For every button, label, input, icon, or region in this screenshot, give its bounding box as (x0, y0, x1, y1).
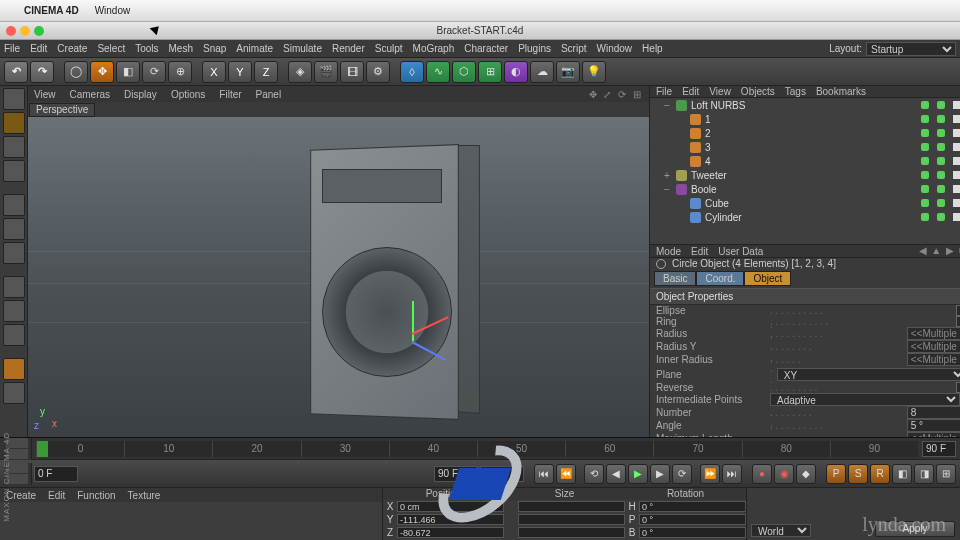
am-menu-edit[interactable]: Edit (691, 246, 708, 257)
mac-menu-window[interactable]: Window (95, 5, 131, 16)
light-button[interactable]: 💡 (582, 61, 606, 83)
workplane-button[interactable] (3, 160, 25, 182)
prop-angle-input[interactable] (907, 419, 960, 432)
tree-row[interactable]: −Loft NURBS✓ (650, 98, 960, 112)
make-editable-button[interactable] (3, 88, 25, 110)
polys-mode-button[interactable] (3, 242, 25, 264)
prev-frame-button[interactable]: ◀ (606, 464, 626, 484)
prop-radiusy-input[interactable] (907, 340, 960, 353)
tree-row[interactable]: 2✓ (650, 126, 960, 140)
tree-row[interactable]: Cube✓ (650, 196, 960, 210)
tab-basic[interactable]: Basic (654, 271, 696, 286)
render-pv-button[interactable]: 🎞 (340, 61, 364, 83)
vp-menu-view[interactable]: View (34, 89, 56, 100)
move-gizmo-icon[interactable] (378, 307, 448, 377)
key-scale-button[interactable]: S (848, 464, 868, 484)
play-back-button[interactable]: ⟲ (584, 464, 604, 484)
goto-start-button[interactable]: ⏮ (534, 464, 554, 484)
tree-row[interactable]: 3✓ (650, 140, 960, 154)
goto-end-button[interactable]: ⏭ (722, 464, 742, 484)
vp-menu-options[interactable]: Options (171, 89, 205, 100)
tree-row[interactable]: +Tweeter✓ (650, 168, 960, 182)
x-axis-lock-button[interactable]: X (202, 61, 226, 83)
nurbs-button[interactable]: ⬡ (452, 61, 476, 83)
tree-row[interactable]: −Boole✓ (650, 182, 960, 196)
menu-file[interactable]: File (4, 43, 20, 54)
move-tool-button[interactable]: ✥ (90, 61, 114, 83)
keyframe-sel-button[interactable]: ◆ (796, 464, 816, 484)
prop-interp-select[interactable]: Adaptive (770, 393, 960, 406)
menu-sculpt[interactable]: Sculpt (375, 43, 403, 54)
menu-script[interactable]: Script (561, 43, 587, 54)
vp-menu-cameras[interactable]: Cameras (70, 89, 111, 100)
key-param-button[interactable]: ◧ (892, 464, 912, 484)
layout-select[interactable]: Startup (866, 42, 956, 56)
menu-character[interactable]: Character (464, 43, 508, 54)
undo-button[interactable]: ↶ (4, 61, 28, 83)
snap-button[interactable] (3, 324, 25, 346)
redo-button[interactable]: ↷ (30, 61, 54, 83)
tab-object[interactable]: Object (744, 271, 791, 286)
om-menu-objects[interactable]: Objects (741, 86, 775, 97)
edges-mode-button[interactable] (3, 218, 25, 240)
coord-size-input[interactable] (518, 527, 625, 538)
texture-mode-button[interactable] (3, 136, 25, 158)
play-button[interactable]: ▶ (628, 464, 648, 484)
coord-size-input[interactable] (518, 514, 625, 525)
spline-button[interactable]: ∿ (426, 61, 450, 83)
viewport-solo-button[interactable] (3, 300, 25, 322)
coord-rot-input[interactable] (639, 501, 746, 512)
key-options-button[interactable]: ⊞ (936, 464, 956, 484)
app-name[interactable]: CINEMA 4D (24, 5, 79, 16)
prop-radius-input[interactable] (907, 327, 960, 340)
environment-button[interactable]: ☁ (530, 61, 554, 83)
menu-create[interactable]: Create (57, 43, 87, 54)
tree-row[interactable]: 1✓ (650, 112, 960, 126)
primitive-button[interactable]: ◊ (400, 61, 424, 83)
menu-select[interactable]: Select (97, 43, 125, 54)
rotate-tool-button[interactable]: ⟳ (142, 61, 166, 83)
points-mode-button[interactable] (3, 194, 25, 216)
tree-row[interactable]: 4✓ (650, 154, 960, 168)
model-mode-button[interactable] (3, 112, 25, 134)
menu-edit[interactable]: Edit (30, 43, 47, 54)
mm-menu-edit[interactable]: Edit (48, 490, 65, 501)
locked-workplane-button[interactable] (3, 358, 25, 380)
am-nav-icons[interactable]: ◀ ▲ ▶ ⧉ (919, 245, 960, 257)
record-button[interactable]: ● (752, 464, 772, 484)
goto-prevkey-button[interactable]: ⏪ (556, 464, 576, 484)
minimize-window-button[interactable] (20, 26, 30, 36)
render-settings-button[interactable]: ⚙ (366, 61, 390, 83)
key-pla-button[interactable]: ◨ (914, 464, 934, 484)
vp-menu-panel[interactable]: Panel (256, 89, 282, 100)
om-menu-file[interactable]: File (656, 86, 672, 97)
om-menu-tags[interactable]: Tags (785, 86, 806, 97)
om-menu-edit[interactable]: Edit (682, 86, 699, 97)
current-frame-field[interactable] (34, 466, 78, 482)
prop-ellipse-check[interactable] (956, 305, 960, 316)
menu-mesh[interactable]: Mesh (169, 43, 193, 54)
coord-space-select[interactable]: World (751, 524, 811, 537)
next-frame-button[interactable]: ▶ (650, 464, 670, 484)
menu-window[interactable]: Window (597, 43, 633, 54)
mm-menu-texture[interactable]: Texture (128, 490, 161, 501)
render-view-button[interactable]: 🎬 (314, 61, 338, 83)
am-menu-userdata[interactable]: User Data (718, 246, 763, 257)
z-axis-lock-button[interactable]: Z (254, 61, 278, 83)
menu-simulate[interactable]: Simulate (283, 43, 322, 54)
live-select-button[interactable]: ◯ (64, 61, 88, 83)
tree-row[interactable]: Cylinder✓ (650, 210, 960, 224)
close-window-button[interactable] (6, 26, 16, 36)
scale-tool-button[interactable]: ◧ (116, 61, 140, 83)
prop-innerr-input[interactable] (907, 353, 960, 366)
om-menu-view[interactable]: View (709, 86, 731, 97)
play-forward-button[interactable]: ⟳ (672, 464, 692, 484)
menu-help[interactable]: Help (642, 43, 663, 54)
menu-tools[interactable]: Tools (135, 43, 158, 54)
viewport-canvas[interactable]: y x z (28, 117, 649, 437)
last-tool-button[interactable]: ⊕ (168, 61, 192, 83)
menu-snap[interactable]: Snap (203, 43, 226, 54)
key-rot-button[interactable]: R (870, 464, 890, 484)
deformer-button[interactable]: ◐ (504, 61, 528, 83)
prop-reverse-check[interactable] (956, 382, 960, 393)
